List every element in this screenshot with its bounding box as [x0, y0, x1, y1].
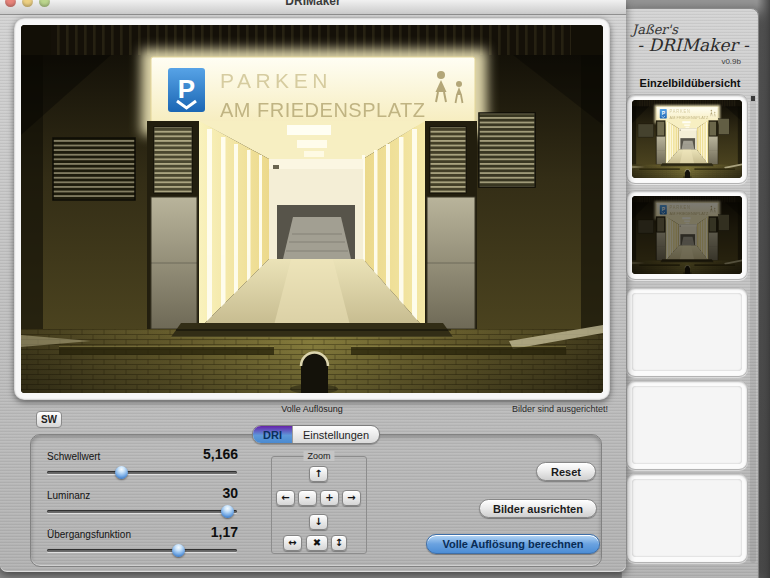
slider-value: 1,17 [166, 524, 238, 540]
tab-dri[interactable]: DRI [253, 426, 292, 443]
fit-horizontal-button[interactable]: ↔ [283, 535, 302, 551]
thumbnail-overview-label: Einzelbildübersicht [622, 77, 758, 89]
main-window: DRIMaker SW Volle Auflösung Bilder sind … [0, 0, 626, 572]
screen: Jaßer's - DRIMaker - v0.9b Einzelbildübe… [0, 0, 770, 578]
thumbnail-empty [632, 293, 742, 371]
thumbnail-image-dark [632, 196, 742, 274]
tab-einstellungen[interactable]: Einstellungen [292, 426, 379, 443]
window-title: DRIMaker [0, 0, 626, 8]
zoom-reset-button[interactable]: ✖ [306, 535, 328, 551]
reset-button[interactable]: Reset [536, 462, 596, 481]
title-bar[interactable]: DRIMaker [0, 0, 626, 15]
slider-value: 30 [166, 485, 238, 501]
thumbnail-empty [632, 386, 742, 464]
luminanz-slider[interactable] [47, 510, 237, 513]
align-images-button[interactable]: Bilder ausrichten [479, 499, 597, 518]
thumbnail-slot[interactable] [626, 190, 748, 280]
image-preview-well [14, 18, 610, 400]
app-version: v0.9b [721, 57, 741, 66]
thumbnail-scrollbar[interactable] [750, 94, 756, 563]
thumbnail-slot[interactable] [626, 94, 748, 184]
alignment-status: Bilder sind ausgerichtet! [300, 404, 608, 414]
slider-thumb-2[interactable] [172, 544, 185, 557]
slider-label: Luminanz [47, 490, 90, 501]
slider-thumb-0[interactable] [115, 466, 128, 479]
tab-bar: DRI Einstellungen [252, 425, 380, 444]
thumbnail-image-bright [632, 100, 742, 178]
compute-full-resolution-button[interactable]: Volle Auflösung berechnen [426, 534, 600, 554]
thumbnail-slot[interactable] [626, 473, 748, 563]
photo-preview [21, 25, 603, 393]
zoom-up-button[interactable]: ↑ [309, 466, 328, 482]
slider-label: Übergangsfunktion [47, 529, 131, 540]
zoom-group-title: Zoom [303, 451, 334, 461]
thumbnail-slot[interactable] [626, 287, 748, 377]
dri-control-panel: Schwellwert 5,166 Luminanz 30 Übergangsf… [30, 434, 602, 567]
zoom-out-button[interactable]: – [298, 490, 317, 506]
schwellwert-slider[interactable] [47, 471, 237, 474]
zoom-right-button[interactable]: → [342, 490, 361, 506]
uebergangsfunktion-slider[interactable] [47, 549, 237, 552]
slider-value: 5,166 [166, 446, 238, 462]
zoom-left-button[interactable]: ← [276, 490, 295, 506]
zoom-down-button[interactable]: ↓ [309, 514, 328, 530]
thumbnail-empty [632, 479, 742, 557]
zoom-in-button[interactable]: + [320, 490, 339, 506]
zoom-group: Zoom ↑ ← – + → ↓ ↔ ✖ ↕ [271, 456, 367, 554]
thumbnail-slot[interactable] [626, 380, 748, 470]
app-logo: - DRIMaker - [633, 35, 753, 55]
thumbnail-drawer: Jaßer's - DRIMaker - v0.9b Einzelbildübe… [621, 8, 759, 578]
fit-vertical-button[interactable]: ↕ [331, 535, 347, 551]
slider-thumb-1[interactable] [221, 505, 234, 518]
slider-label: Schwellwert [47, 451, 100, 462]
